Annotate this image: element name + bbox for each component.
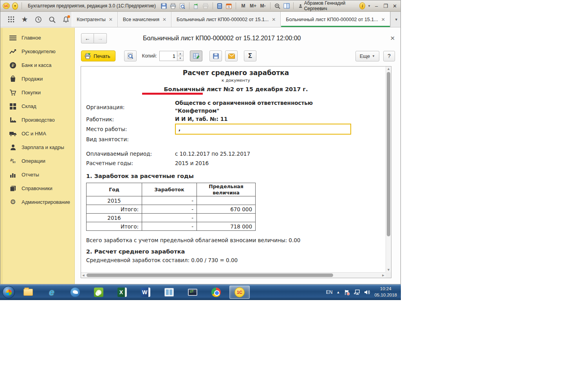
tab-close-icon[interactable]: ✕ bbox=[109, 17, 113, 22]
sidebar-item-pokupki[interactable]: Покупки bbox=[0, 86, 74, 99]
taskbar-internet-explorer[interactable]: e bbox=[41, 286, 62, 299]
stepper-down-icon[interactable]: ▼ bbox=[177, 56, 183, 61]
scroll-right-icon[interactable]: ▶ bbox=[381, 273, 386, 278]
tab-bolnichny-2-active[interactable]: Больничный лист КП00-000002 от 15.1...✕ bbox=[281, 12, 390, 27]
sidebar-item-sklad[interactable]: Склад bbox=[0, 99, 74, 113]
tab-close-icon[interactable]: ✕ bbox=[272, 17, 276, 22]
memory-subtract-button[interactable]: M- bbox=[259, 3, 267, 9]
taskbar-thunderbird[interactable] bbox=[65, 286, 85, 299]
sidebar-item-spravochniki[interactable]: Справочники bbox=[0, 182, 74, 195]
sidebar-item-administrirovanie[interactable]: ⚙Администрирование bbox=[0, 195, 74, 209]
search-icon[interactable] bbox=[46, 14, 58, 25]
scroll-down-icon[interactable]: ▼ bbox=[386, 268, 391, 272]
split-view-icon[interactable] bbox=[283, 2, 290, 10]
chevron-down-icon[interactable]: ▼ bbox=[368, 4, 371, 8]
horizontal-scroll-thumb[interactable] bbox=[87, 273, 333, 277]
forward-button[interactable]: → bbox=[94, 33, 107, 43]
taskbar-chrome[interactable] bbox=[206, 286, 226, 299]
volume-icon[interactable] bbox=[364, 289, 370, 295]
print-icon[interactable] bbox=[170, 2, 176, 10]
zoom-icon[interactable] bbox=[274, 2, 281, 10]
tab-close-icon[interactable]: ✕ bbox=[162, 17, 166, 22]
tab-bolnichny-1[interactable]: Больничный лист КП00-000002 от 15.1...✕ bbox=[171, 12, 281, 27]
favorites-star-icon[interactable]: ★ bbox=[19, 14, 31, 25]
table-row[interactable]: 2016 - bbox=[87, 214, 256, 222]
clock[interactable]: 10:24 05.10.2018 bbox=[374, 286, 397, 298]
send-mail-button[interactable] bbox=[225, 50, 238, 61]
vertical-scroll-thumb[interactable] bbox=[387, 72, 390, 236]
stepper-up-icon[interactable]: ▲ bbox=[177, 51, 183, 56]
sidebar-item-bank-i-kassa[interactable]: ₽Банк и касса bbox=[0, 58, 74, 72]
ruble-icon: ₽ bbox=[9, 62, 17, 69]
taskbar-excel[interactable]: X bbox=[112, 286, 132, 299]
taskbar-photo-viewer[interactable] bbox=[159, 286, 179, 299]
memory-store-button[interactable]: M bbox=[240, 3, 247, 9]
table-row[interactable]: Итого: - 670 000 bbox=[87, 205, 256, 214]
history-icon[interactable] bbox=[32, 14, 44, 25]
taskbar-1c-active[interactable]: 1С bbox=[229, 286, 250, 299]
sidebar-item-rukovoditelyu[interactable]: Руководителю bbox=[0, 45, 74, 58]
action-center-flag-icon[interactable] bbox=[344, 289, 350, 295]
workplace-selected-cell[interactable]: , bbox=[175, 124, 351, 135]
calculator-icon[interactable] bbox=[216, 2, 223, 10]
sidebar-label: Зарплата и кадры bbox=[22, 144, 64, 150]
sum-button[interactable]: Σ bbox=[244, 50, 256, 61]
vertical-scrollbar[interactable]: ▲ ▼ bbox=[386, 67, 391, 272]
sidebar-label: Справочники bbox=[22, 185, 52, 191]
start-button[interactable] bbox=[2, 286, 15, 298]
app-logo-1c-icon: 1С bbox=[3, 3, 10, 9]
document-close-icon[interactable]: ✕ bbox=[390, 35, 395, 42]
copies-input[interactable] bbox=[159, 51, 177, 61]
hidden-icons-arrow[interactable]: ▲ bbox=[337, 290, 340, 294]
current-user[interactable]: Абрамов Геннадий Сергеевич bbox=[299, 0, 355, 11]
user-name: Абрамов Геннадий Сергеевич bbox=[304, 0, 356, 11]
tab-vse-nachisleniya[interactable]: Все начисления✕ bbox=[118, 12, 171, 27]
scroll-left-icon[interactable]: ◀ bbox=[81, 273, 86, 278]
sidebar-item-operacii[interactable]: ДтКтОперации bbox=[0, 154, 74, 168]
tab-kontragenty[interactable]: Контрагенты✕ bbox=[72, 12, 118, 27]
tab-close-icon[interactable]: ✕ bbox=[381, 17, 385, 22]
report-fields: Организация: Общество с ограниченной отв… bbox=[86, 99, 386, 144]
table-row[interactable]: 2015 - bbox=[87, 196, 256, 205]
sidebar-item-proizvodstvo[interactable]: Производство bbox=[0, 113, 74, 127]
copies-stepper[interactable]: ▲▼ bbox=[159, 51, 184, 61]
horizontal-scrollbar[interactable]: ◀ ▶ bbox=[81, 272, 386, 278]
taskbar-remote-desktop[interactable] bbox=[182, 286, 203, 299]
help-button[interactable]: ? bbox=[383, 51, 395, 61]
edit-form-button[interactable] bbox=[190, 50, 202, 61]
sidebar-item-glavnoe[interactable]: Главное bbox=[0, 31, 74, 45]
cell-limit: 670 000 bbox=[197, 205, 256, 214]
language-indicator[interactable]: EN bbox=[326, 290, 333, 295]
more-button[interactable]: Еще▼ bbox=[355, 51, 379, 61]
network-icon[interactable] bbox=[354, 289, 360, 295]
sidebar-label: Администрирование bbox=[22, 199, 70, 205]
report-view[interactable]: Расчет среднего заработка к документу Бо… bbox=[81, 66, 391, 278]
table-row[interactable]: Итого: - 718 000 bbox=[87, 222, 256, 231]
tab-list-dropdown[interactable]: ▼ bbox=[390, 12, 401, 27]
print-button[interactable]: Печать bbox=[81, 50, 115, 61]
close-button[interactable]: ✕ bbox=[391, 2, 398, 9]
save-document-button[interactable] bbox=[209, 50, 222, 61]
sidebar-item-prodazhi[interactable]: Продажи bbox=[0, 72, 74, 86]
apps-grid-icon[interactable] bbox=[5, 14, 17, 25]
sidebar-item-zarplata-i-kadry[interactable]: Зарплата и кадры bbox=[0, 140, 74, 154]
maximize-button[interactable]: ❐ bbox=[382, 2, 389, 9]
grid-icon bbox=[9, 103, 17, 110]
save-icon[interactable] bbox=[161, 2, 167, 10]
scroll-up-icon[interactable]: ▲ bbox=[386, 67, 391, 71]
back-button[interactable]: ← bbox=[81, 33, 94, 43]
calendar-icon[interactable]: 31 bbox=[225, 2, 232, 10]
info-button[interactable]: i bbox=[359, 2, 365, 9]
send-icon[interactable] bbox=[193, 2, 200, 10]
main-menu-button[interactable]: ▼ bbox=[12, 2, 18, 10]
print-preview-icon[interactable] bbox=[179, 2, 186, 10]
taskbar-explorer[interactable] bbox=[18, 286, 38, 299]
minimize-button[interactable]: – bbox=[373, 2, 380, 9]
sidebar-item-otchety[interactable]: Отчеты bbox=[0, 168, 74, 182]
sidebar-item-os-i-nma[interactable]: ОС и НМА bbox=[0, 127, 74, 140]
notifications-bell-icon[interactable] bbox=[60, 14, 72, 25]
preview-button[interactable] bbox=[124, 50, 137, 61]
taskbar-word[interactable]: W bbox=[135, 286, 156, 299]
memory-add-button[interactable]: M+ bbox=[249, 3, 257, 9]
taskbar-headset-app[interactable] bbox=[88, 286, 109, 299]
